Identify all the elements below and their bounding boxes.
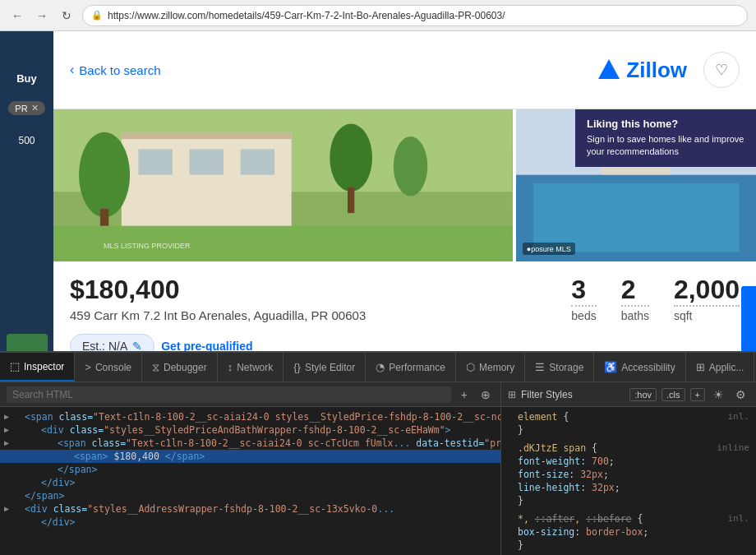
debugger-icon: ⧖ bbox=[152, 361, 159, 374]
tab-accessibility[interactable]: ♿ Accessibility bbox=[594, 353, 685, 382]
tab-inspector-label: Inspector bbox=[24, 361, 64, 372]
num-badge: 500 bbox=[18, 132, 35, 150]
tab-performance-label: Performance bbox=[389, 362, 445, 373]
tab-storage-label: Storage bbox=[549, 362, 583, 373]
forward-button[interactable]: → bbox=[33, 7, 51, 25]
html-line[interactable]: ▶ <div class="styles__AddressWrapper-fsh… bbox=[0, 502, 500, 516]
property-address: 459 Carr Km 7.2 Int Bo Arenales, Aguadil… bbox=[70, 308, 366, 322]
zillow-name: Zillow bbox=[626, 58, 687, 83]
baths-label: baths bbox=[621, 305, 649, 322]
filter-icon: ⊞ bbox=[508, 389, 516, 400]
buy-label[interactable]: Buy bbox=[16, 72, 37, 85]
back-arrow-icon: ‹ bbox=[70, 62, 74, 77]
network-icon: ↕ bbox=[228, 361, 233, 373]
svg-rect-4 bbox=[138, 150, 172, 175]
liking-title: Liking this home? bbox=[587, 118, 744, 130]
beds-number: 3 bbox=[571, 275, 596, 305]
property-images: ● posure MLS LISTING PROVIDER Liking thi… bbox=[53, 109, 756, 261]
expand-icon: ▶ bbox=[4, 412, 9, 421]
address-bar[interactable]: 🔒 https://www.zillow.com/homedetails/459… bbox=[82, 5, 748, 26]
html-line[interactable]: </div> bbox=[0, 516, 500, 529]
property-price: $180,400 bbox=[70, 275, 366, 305]
hov-button[interactable]: :hov bbox=[629, 388, 657, 401]
cls-button[interactable]: .cls bbox=[662, 388, 685, 401]
liking-popup: Liking this home? Sign in to save homes … bbox=[575, 109, 756, 167]
beds-stat: 3 beds bbox=[571, 275, 596, 322]
style-source-star: inl. bbox=[728, 513, 750, 524]
url-text: https://www.zillow.com/homedetails/459-C… bbox=[108, 10, 505, 21]
svg-rect-10 bbox=[348, 187, 354, 213]
settings-button[interactable]: ⚙ bbox=[732, 386, 749, 403]
svg-point-7 bbox=[79, 132, 130, 217]
browser-chrome: ← → ↻ 🔒 https://www.zillow.com/homedetai… bbox=[0, 0, 756, 31]
main-property-image[interactable]: ● posure MLS LISTING PROVIDER bbox=[53, 109, 513, 261]
sqft-stat: 2,000 sqft bbox=[674, 275, 740, 322]
tab-application-label: Applic... bbox=[709, 362, 744, 373]
inspector-icon: ⬚ bbox=[10, 360, 20, 372]
tab-network-label: Network bbox=[237, 362, 273, 373]
svg-rect-2 bbox=[122, 132, 292, 234]
tab-application[interactable]: ⊞ Applic... bbox=[686, 353, 755, 382]
style-editor-icon: {} bbox=[293, 361, 301, 373]
html-content: ▶ <span class="Text-c1ln-8-100-2__sc-aia… bbox=[0, 407, 500, 532]
html-pane: + ⊕ ▶ <span class="Text-c1ln-8-100-2__sc… bbox=[0, 382, 501, 555]
memory-icon: ⬡ bbox=[466, 361, 475, 373]
html-line-selected[interactable]: <span> $180,400 </span> bbox=[0, 450, 500, 463]
lock-icon: 🔒 bbox=[91, 10, 103, 21]
svg-point-9 bbox=[330, 123, 372, 192]
styles-content: element inl. { } .dKJtzE span inline bbox=[501, 407, 756, 555]
light-dark-toggle[interactable]: ☀ bbox=[710, 386, 727, 403]
devtools-panel: ⬚ Inspector > Console ⧖ Debugger ↕ Netwo… bbox=[0, 351, 756, 555]
expand-icon: ▶ bbox=[4, 504, 9, 513]
tab-storage[interactable]: ☰ Storage bbox=[525, 353, 594, 382]
sqft-label: sqft bbox=[674, 305, 740, 322]
heart-button[interactable]: ♡ bbox=[703, 52, 740, 88]
tab-style-editor[interactable]: {} Style Editor bbox=[284, 353, 366, 382]
tab-memory-label: Memory bbox=[479, 362, 514, 373]
baths-number: 2 bbox=[621, 275, 649, 305]
expand-icon: ▶ bbox=[4, 425, 9, 434]
second-image-watermark: ●posure MLS bbox=[523, 243, 575, 255]
pick-element-button[interactable]: ⊕ bbox=[477, 386, 494, 403]
svg-rect-3 bbox=[122, 132, 292, 139]
tab-console[interactable]: > Console bbox=[75, 353, 142, 382]
performance-icon: ◔ bbox=[376, 361, 385, 373]
search-html-input[interactable] bbox=[7, 386, 451, 403]
back-button[interactable]: ← bbox=[8, 7, 26, 25]
html-line[interactable]: </div> bbox=[0, 476, 500, 489]
scroll-right-indicator bbox=[741, 286, 756, 352]
html-line[interactable]: ▶ <span class="Text-c1ln-8-100-2__sc-aia… bbox=[0, 410, 500, 423]
html-line[interactable]: </span> bbox=[0, 463, 500, 476]
tab-inspector[interactable]: ⬚ Inspector bbox=[0, 353, 75, 382]
tab-memory[interactable]: ⬡ Memory bbox=[456, 353, 525, 382]
html-line[interactable]: ▶ <div class="styles__StyledPriceAndBath… bbox=[0, 423, 500, 437]
baths-stat: 2 baths bbox=[621, 275, 649, 322]
pr-filter[interactable]: PR ✕ bbox=[8, 101, 44, 115]
zillow-topbar: ‹ Back to search Zillow ♡ bbox=[53, 31, 756, 109]
svg-rect-6 bbox=[241, 150, 274, 175]
html-line[interactable]: </span> bbox=[0, 489, 500, 502]
tab-accessibility-label: Accessibility bbox=[621, 362, 675, 373]
pr-filter-close[interactable]: ✕ bbox=[31, 103, 39, 113]
style-source-dkjtz: inline bbox=[717, 442, 749, 453]
tab-network[interactable]: ↕ Network bbox=[218, 353, 284, 382]
application-icon: ⊞ bbox=[696, 361, 705, 373]
tab-debugger[interactable]: ⧖ Debugger bbox=[142, 353, 218, 382]
liking-desc: Sign in to save homes like and improve y… bbox=[587, 133, 744, 159]
second-property-image[interactable]: Liking this home? Sign in to save homes … bbox=[516, 109, 756, 261]
devtools-tabs: ⬚ Inspector > Console ⧖ Debugger ↕ Netwo… bbox=[0, 353, 756, 382]
styles-pane: ⊞ Filter Styles :hov .cls + ☀ ⚙ element bbox=[501, 382, 756, 555]
svg-rect-15 bbox=[533, 183, 740, 252]
tab-performance[interactable]: ◔ Performance bbox=[366, 353, 456, 382]
tab-style-editor-label: Style Editor bbox=[305, 362, 355, 373]
style-selector-dkjtz: .dKJtzE span bbox=[518, 442, 586, 454]
tab-console-label: Console bbox=[95, 362, 131, 373]
zillow-logo: Zillow bbox=[597, 58, 687, 83]
add-node-button[interactable]: + bbox=[458, 386, 471, 403]
style-selector-star: *, ::after, ::before bbox=[518, 513, 632, 525]
back-to-search-link[interactable]: ‹ Back to search bbox=[70, 62, 161, 77]
zillow-logo-icon bbox=[597, 58, 621, 82]
refresh-button[interactable]: ↻ bbox=[58, 7, 76, 25]
add-style-button[interactable]: + bbox=[690, 388, 705, 401]
html-line[interactable]: ▶ <span class="Text-c1ln-8-100-2__sc-aia… bbox=[0, 437, 500, 450]
